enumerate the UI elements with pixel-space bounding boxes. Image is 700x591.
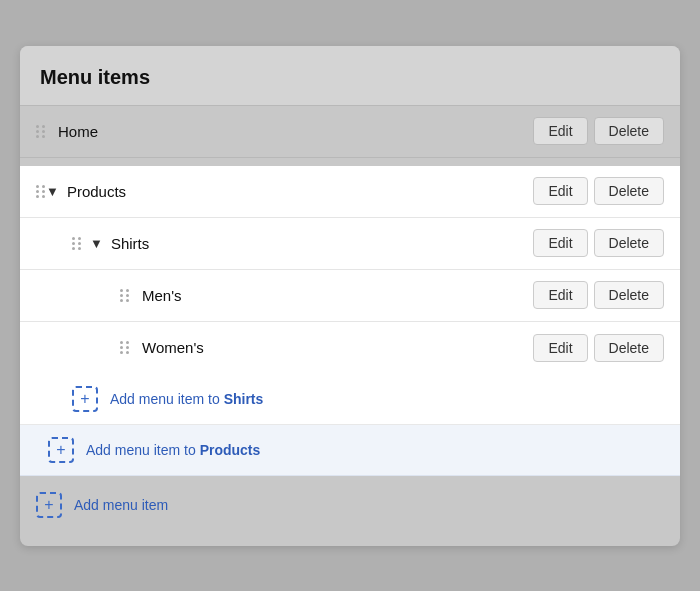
chevron-products: ▼ [46,184,59,199]
add-to-products-icon: + [48,437,74,463]
chevron-shirts: ▼ [90,236,103,251]
add-to-shirts-label: Add menu item to Shirts [110,391,263,407]
drag-handle-mens[interactable] [120,289,130,302]
add-root-row[interactable]: + Add menu item [20,480,680,530]
products-delete-button[interactable]: Delete [594,177,664,205]
mens-edit-button[interactable]: Edit [533,281,587,309]
products-actions: Edit Delete [533,177,664,205]
add-to-shirts-icon: + [72,386,98,412]
mens-delete-button[interactable]: Delete [594,281,664,309]
shirts-edit-button[interactable]: Edit [533,229,587,257]
add-to-products-row[interactable]: + Add menu item to Products [20,425,680,476]
add-to-shirts-row[interactable]: + Add menu item to Shirts [20,374,680,425]
add-to-products-label: Add menu item to Products [86,442,260,458]
menu-row-mens: Men's Edit Delete [20,270,680,322]
mens-label: Men's [142,287,533,304]
home-delete-button[interactable]: Delete [594,117,664,145]
mens-actions: Edit Delete [533,281,664,309]
shirts-delete-button[interactable]: Delete [594,229,664,257]
home-label: Home [58,123,533,140]
shirts-label: Shirts [111,235,534,252]
menu-row-womens: Women's Edit Delete [20,322,680,374]
womens-edit-button[interactable]: Edit [533,334,587,362]
products-label: Products [67,183,534,200]
products-section: ▼ Products Edit Delete ▼ Shirts Edit Del… [20,166,680,374]
menu-row-shirts: ▼ Shirts Edit Delete [20,218,680,270]
drag-handle-home[interactable] [36,125,46,138]
page-title: Menu items [20,46,680,106]
shirts-actions: Edit Delete [533,229,664,257]
womens-delete-button[interactable]: Delete [594,334,664,362]
home-edit-button[interactable]: Edit [533,117,587,145]
menu-items-panel: Menu items Home Edit Delete ▼ Products E… [20,46,680,546]
womens-actions: Edit Delete [533,334,664,362]
drag-handle-womens[interactable] [120,341,130,354]
add-root-label: Add menu item [74,497,168,513]
menu-row-products: ▼ Products Edit Delete [20,166,680,218]
menu-row-home: Home Edit Delete [20,106,680,158]
home-actions: Edit Delete [533,117,664,145]
womens-label: Women's [142,339,533,356]
drag-handle-products[interactable] [36,185,46,198]
drag-handle-shirts[interactable] [72,237,82,250]
add-root-icon: + [36,492,62,518]
products-edit-button[interactable]: Edit [533,177,587,205]
